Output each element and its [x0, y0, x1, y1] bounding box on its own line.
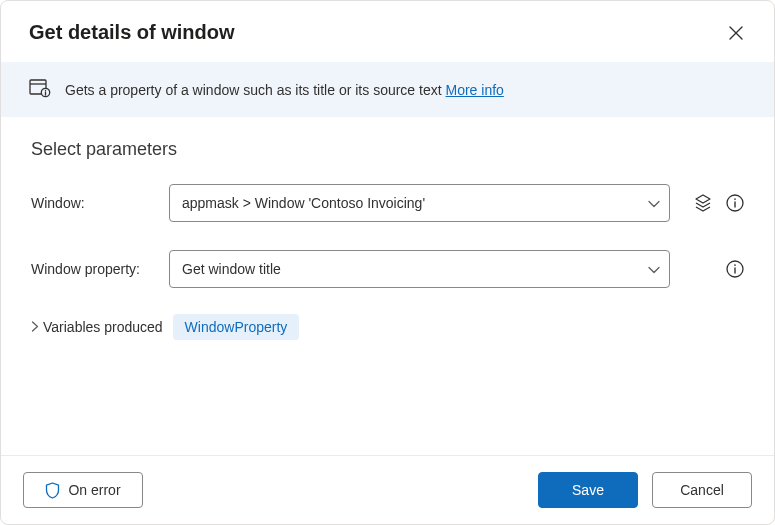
on-error-label: On error	[68, 482, 120, 498]
cancel-button[interactable]: Cancel	[652, 472, 752, 508]
window-property-select-value: Get window title	[182, 261, 281, 277]
dialog-content: Select parameters Window: appmask > Wind…	[1, 117, 774, 455]
window-label: Window:	[31, 195, 169, 211]
variables-row: Variables produced WindowProperty	[31, 314, 744, 340]
banner-text: Gets a property of a window such as its …	[65, 82, 504, 98]
variables-toggle[interactable]: Variables produced	[31, 319, 163, 335]
window-property-select[interactable]: Get window title	[169, 250, 670, 288]
window-info-icon	[29, 78, 51, 101]
close-button[interactable]	[726, 23, 746, 43]
on-error-button[interactable]: On error	[23, 472, 143, 508]
window-select-value: appmask > Window 'Contoso Invoicing'	[182, 195, 425, 211]
dialog: Get details of window Gets a property of…	[0, 0, 775, 525]
ui-element-picker-button[interactable]	[694, 194, 712, 212]
layers-icon	[694, 194, 712, 212]
variable-chip[interactable]: WindowProperty	[173, 314, 300, 340]
dialog-footer: On error Save Cancel	[1, 455, 774, 524]
info-banner: Gets a property of a window such as its …	[1, 62, 774, 117]
window-row: Window: appmask > Window 'Contoso Invoic…	[31, 184, 744, 222]
info-icon	[726, 194, 744, 212]
info-icon	[726, 260, 744, 278]
chevron-right-icon	[31, 319, 39, 335]
section-heading: Select parameters	[31, 139, 744, 160]
variables-label: Variables produced	[43, 319, 163, 335]
more-info-link[interactable]: More info	[446, 82, 504, 98]
save-button[interactable]: Save	[538, 472, 638, 508]
window-info-button[interactable]	[726, 194, 744, 212]
dialog-title: Get details of window	[29, 21, 235, 44]
window-property-row: Window property: Get window title	[31, 250, 744, 288]
close-icon	[729, 26, 743, 40]
window-select[interactable]: appmask > Window 'Contoso Invoicing'	[169, 184, 670, 222]
window-property-label: Window property:	[31, 261, 169, 277]
cancel-label: Cancel	[680, 482, 724, 498]
shield-icon	[45, 482, 60, 499]
dialog-header: Get details of window	[1, 1, 774, 62]
save-label: Save	[572, 482, 604, 498]
window-property-info-button[interactable]	[726, 260, 744, 278]
